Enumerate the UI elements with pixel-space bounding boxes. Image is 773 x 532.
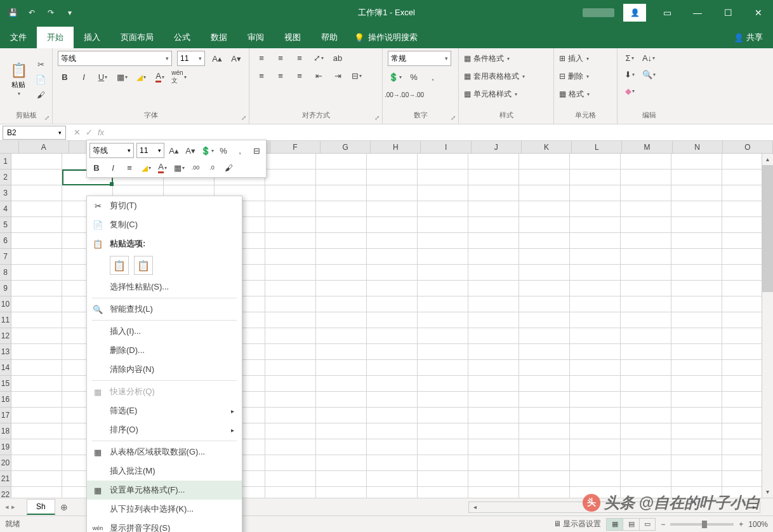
row-header[interactable]: 17	[0, 408, 11, 423]
col-header[interactable]: H	[371, 141, 421, 154]
paste-option-all[interactable]: 📋	[110, 256, 129, 275]
row-header[interactable]: 14	[0, 360, 11, 376]
row-header[interactable]: 3	[0, 185, 11, 201]
zoom-out-button[interactable]: −	[661, 520, 665, 529]
zoom-thumb[interactable]	[702, 521, 707, 528]
decrease-decimal-icon[interactable]: .0→.00	[407, 88, 421, 102]
row-header[interactable]: 5	[0, 217, 11, 233]
row-header[interactable]: 4	[0, 201, 11, 217]
col-header[interactable]: M	[622, 141, 672, 154]
conditional-format-button[interactable]: ▦条件格式▾	[464, 51, 548, 66]
tab-view[interactable]: 视图	[274, 27, 311, 48]
mini-percent-icon[interactable]: %	[216, 143, 230, 157]
sheet-tab[interactable]: Sh	[27, 499, 55, 515]
find-select-icon[interactable]: 🔍▾	[642, 67, 656, 81]
add-sheet-button[interactable]: ⊕	[55, 502, 73, 512]
align-center-icon[interactable]: ≡	[274, 69, 287, 83]
insert-function-icon[interactable]: fx	[98, 128, 104, 137]
underline-button[interactable]: U▾	[96, 70, 110, 84]
tab-file[interactable]: 文件	[0, 27, 37, 48]
tab-formulas[interactable]: 公式	[164, 27, 201, 48]
row-header[interactable]: 13	[0, 344, 11, 360]
mini-font-color-icon[interactable]: A▾	[155, 161, 169, 175]
undo-icon[interactable]: ↶	[25, 6, 38, 19]
cm-filter[interactable]: 筛选(E)▸	[87, 401, 242, 420]
row-header[interactable]: 1	[0, 154, 11, 170]
row-header[interactable]: 21	[0, 471, 11, 487]
cm-delete[interactable]: 删除(D)...	[87, 341, 242, 360]
number-format-combo[interactable]: 常规▾	[388, 51, 451, 66]
col-header[interactable]: G	[320, 141, 371, 154]
cm-from-table[interactable]: ▦从表格/区域获取数据(G)...	[87, 442, 242, 462]
copy-icon[interactable]: 📄	[34, 74, 47, 85]
align-bottom-icon[interactable]: ≡	[293, 51, 307, 65]
col-header[interactable]: F	[270, 141, 320, 154]
scroll-down-icon[interactable]: ▾	[762, 486, 773, 498]
merge-center-icon[interactable]: ⊟▾	[350, 69, 364, 83]
align-middle-icon[interactable]: ≡	[274, 51, 287, 65]
view-page-break-icon[interactable]: ▭	[639, 518, 656, 531]
mini-dec-decimal-icon[interactable]: .0	[205, 161, 219, 175]
cm-smart-lookup[interactable]: 🔍智能查找(L)	[87, 300, 242, 319]
row-header[interactable]: 6	[0, 233, 11, 249]
vertical-scrollbar[interactable]: ▴ ▾	[762, 154, 773, 498]
clipboard-launcher-icon[interactable]: ⤢	[44, 114, 50, 121]
increase-font-icon[interactable]: A▴	[210, 51, 224, 65]
format-cells-button[interactable]: ▦格式▾	[559, 86, 612, 102]
delete-cells-button[interactable]: ⊟删除▾	[559, 69, 612, 84]
autosum-icon[interactable]: Σ▾	[623, 51, 637, 65]
percent-icon[interactable]: %	[407, 70, 421, 84]
cut-icon[interactable]: ✂	[34, 58, 47, 70]
wrap-text-icon[interactable]: ab	[331, 51, 345, 65]
fill-icon[interactable]: ⬇▾	[623, 67, 637, 81]
mini-comma-icon[interactable]: ,	[233, 143, 247, 157]
sort-filter-icon[interactable]: A↓▾	[642, 51, 656, 65]
cell-styles-button[interactable]: ▦单元格样式▾	[464, 86, 548, 102]
mini-inc-decimal-icon[interactable]: .00	[188, 161, 202, 175]
comma-icon[interactable]: ,	[426, 70, 440, 84]
view-page-layout-icon[interactable]: ▤	[623, 518, 639, 531]
col-header[interactable]: J	[472, 141, 522, 154]
bold-button[interactable]: B	[58, 70, 72, 84]
clear-icon[interactable]: ◆▾	[623, 84, 637, 98]
cm-sort[interactable]: 排序(O)▸	[87, 420, 242, 439]
format-painter-icon[interactable]: 🖌	[34, 89, 47, 100]
italic-button[interactable]: I	[77, 70, 91, 84]
cancel-formula-icon[interactable]: ✕	[74, 128, 81, 137]
border-button[interactable]: ▦▾	[115, 70, 129, 84]
number-launcher-icon[interactable]: ⤢	[451, 114, 456, 121]
insert-cells-button[interactable]: ⊞插入▾	[559, 51, 612, 66]
fill-handle[interactable]	[110, 182, 114, 186]
zoom-slider[interactable]	[670, 523, 734, 526]
increase-indent-icon[interactable]: ⇥	[331, 69, 345, 83]
mini-merge-icon[interactable]: ⊟	[249, 143, 263, 157]
fill-color-button[interactable]: ◢▾	[134, 70, 148, 84]
row-header[interactable]: 19	[0, 439, 11, 455]
mini-align-icon[interactable]: ≡	[122, 161, 136, 175]
font-name-combo[interactable]: 等线▾	[58, 51, 172, 66]
close-icon[interactable]: ✕	[744, 0, 773, 25]
increase-decimal-icon[interactable]: .00→.0	[388, 88, 402, 102]
maximize-icon[interactable]: ☐	[713, 0, 743, 25]
row-header[interactable]: 12	[0, 328, 11, 344]
sheet-nav-prev-icon[interactable]: ◂	[5, 503, 9, 511]
mini-size-combo[interactable]: 11▾	[136, 143, 164, 158]
row-header[interactable]: 15	[0, 376, 11, 392]
align-top-icon[interactable]: ≡	[254, 51, 268, 65]
user-avatar[interactable]: 👤	[623, 4, 646, 22]
name-box[interactable]: B2▾	[3, 126, 66, 140]
tab-help[interactable]: 帮助	[311, 27, 348, 48]
accounting-format-icon[interactable]: 💲▾	[388, 70, 402, 84]
cm-format-cells[interactable]: ▦设置单元格格式(F)...	[87, 481, 242, 500]
select-all-corner[interactable]	[0, 141, 19, 154]
row-header[interactable]: 20	[0, 455, 11, 471]
decrease-indent-icon[interactable]: ⇤	[312, 69, 326, 83]
row-header[interactable]: 7	[0, 249, 11, 265]
col-header[interactable]: I	[421, 141, 471, 154]
enter-formula-icon[interactable]: ✓	[86, 128, 93, 137]
mini-font-combo[interactable]: 等线▾	[89, 143, 134, 158]
mini-format-painter-icon[interactable]: 🖌	[221, 161, 235, 175]
orientation-icon[interactable]: ⤢▾	[312, 51, 326, 65]
decrease-font-icon[interactable]: A▾	[229, 51, 243, 65]
font-launcher-icon[interactable]: ⤢	[241, 114, 246, 121]
